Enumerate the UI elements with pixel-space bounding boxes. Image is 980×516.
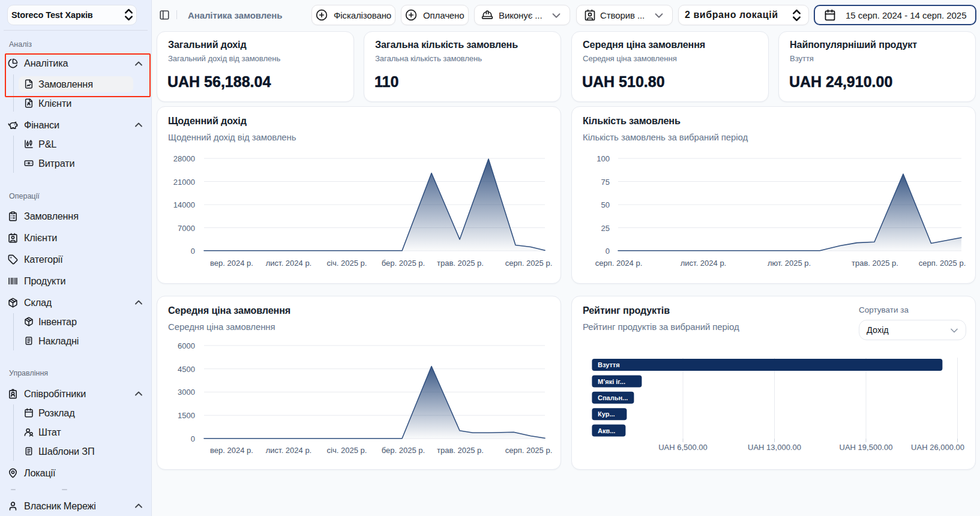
svg-text:UAH 26,000.00: UAH 26,000.00: [911, 443, 964, 452]
svg-text:бер. 2025 р.: бер. 2025 р.: [382, 446, 425, 455]
svg-text:вер. 2024 р.: вер. 2024 р.: [210, 259, 253, 268]
svg-text:бер. 2025 р.: бер. 2025 р.: [382, 259, 425, 268]
svg-text:М’які іг...: М’які іг...: [598, 378, 625, 385]
svg-text:28000: 28000: [173, 154, 195, 163]
svg-text:75: 75: [601, 178, 610, 187]
svg-text:UAH 19,500.00: UAH 19,500.00: [840, 443, 893, 452]
svg-text:0: 0: [606, 247, 610, 256]
svg-text:4500: 4500: [178, 365, 195, 374]
svg-text:січ. 2025 р.: січ. 2025 р.: [327, 259, 367, 268]
svg-text:січ. 2025 р.: січ. 2025 р.: [327, 446, 367, 455]
svg-text:лист. 2024 р.: лист. 2024 р.: [681, 259, 726, 268]
svg-text:21000: 21000: [173, 178, 195, 187]
svg-text:7000: 7000: [178, 224, 195, 233]
svg-text:1500: 1500: [178, 411, 195, 420]
svg-text:25: 25: [601, 224, 610, 233]
svg-text:0: 0: [191, 434, 195, 443]
svg-text:Кур...: Кур...: [598, 410, 615, 418]
svg-text:100: 100: [597, 154, 610, 163]
svg-text:вер. 2024 р.: вер. 2024 р.: [210, 446, 253, 455]
svg-text:лист. 2024 р.: лист. 2024 р.: [266, 259, 311, 268]
svg-text:лист. 2024 р.: лист. 2024 р.: [266, 446, 311, 455]
svg-text:14000: 14000: [173, 200, 195, 209]
svg-text:трав. 2025 р.: трав. 2025 р.: [437, 446, 484, 455]
svg-text:трав. 2025 р.: трав. 2025 р.: [852, 259, 898, 268]
svg-text:лют. 2025 р.: лют. 2025 р.: [768, 259, 811, 268]
svg-text:серп. 2025 р.: серп. 2025 р.: [505, 259, 553, 268]
svg-text:Акв...: Акв...: [598, 427, 615, 434]
svg-text:0: 0: [191, 247, 195, 256]
svg-text:серп. 2025 р.: серп. 2025 р.: [505, 446, 553, 455]
svg-text:серп. 2024 р.: серп. 2024 р.: [595, 259, 643, 268]
svg-text:3000: 3000: [178, 388, 195, 397]
svg-text:Спальн...: Спальн...: [598, 394, 628, 401]
svg-text:трав. 2025 р.: трав. 2025 р.: [437, 259, 484, 268]
svg-text:Взуття: Взуття: [598, 361, 620, 368]
svg-text:UAH 13,000.00: UAH 13,000.00: [748, 443, 801, 452]
svg-text:6000: 6000: [178, 341, 195, 350]
svg-text:UAH 6,500.00: UAH 6,500.00: [658, 443, 708, 452]
svg-text:50: 50: [601, 200, 610, 209]
svg-text:серп. 2025 р.: серп. 2025 р.: [919, 259, 966, 268]
